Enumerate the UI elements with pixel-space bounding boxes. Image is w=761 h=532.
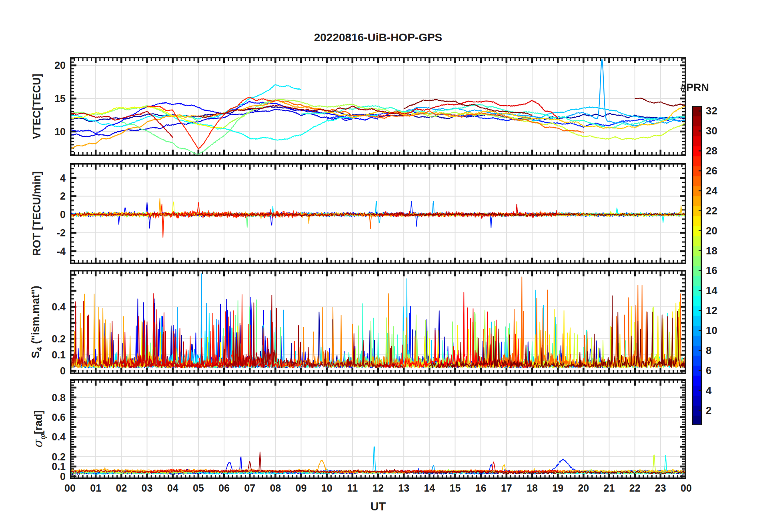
x-axis-label: UT: [350, 500, 406, 513]
colorbar-tick-label: 18: [706, 244, 734, 257]
sigma-phi-plot-canvas: [70, 379, 686, 479]
x-tick-label: 11: [343, 482, 362, 494]
y-tick-label: 0.8: [0, 392, 66, 404]
panel-vtec: [70, 57, 686, 156]
y-tick-label: 0.2: [0, 451, 66, 463]
y-tick-label: 0: [0, 208, 66, 220]
y-tick-label: 15: [0, 92, 66, 104]
colorbar-tick-label: 20: [706, 224, 734, 237]
x-tick-label: 00: [60, 482, 80, 494]
x-tick-label: 08: [266, 482, 285, 494]
colorbar-tick-label: 24: [706, 184, 734, 197]
y-axis-label-s4: S4 ("ism.mat"): [30, 286, 44, 358]
y-tick-label: 0.2: [0, 333, 66, 345]
y-tick-label: 4: [0, 172, 66, 184]
colorbar-tick-label: 10: [706, 324, 734, 337]
x-tick-label: 05: [189, 482, 208, 494]
colorbar-title: #PRN: [680, 82, 728, 94]
s4-plot-canvas: [70, 270, 686, 374]
x-tick-label: 23: [651, 482, 670, 494]
y-tick-label: 0.4: [0, 301, 66, 313]
colorbar-tick-label: 16: [706, 264, 734, 277]
x-tick-label: 20: [574, 482, 593, 494]
y-tick-label: -2: [0, 227, 66, 239]
x-tick-label: 12: [368, 482, 388, 494]
x-tick-label: 01: [86, 482, 105, 494]
y-tick-label: 0: [0, 365, 66, 377]
vtec-plot-canvas: [70, 57, 686, 156]
colorbar-tick-label: 2: [706, 404, 734, 417]
x-tick-label: 03: [138, 482, 157, 494]
panel-rot: [70, 163, 686, 264]
colorbar-tick-label: 30: [706, 124, 734, 137]
y-tick-label: 0.4: [0, 431, 66, 443]
colorbar-tick-label: 28: [706, 144, 734, 157]
colorbar-tick-label: 14: [706, 284, 734, 297]
x-tick-label: 13: [394, 482, 413, 494]
colorbar-canvas: [692, 106, 702, 425]
x-tick-label: 10: [317, 482, 336, 494]
y-tick-label: 2: [0, 190, 66, 202]
x-tick-label: 06: [214, 482, 234, 494]
y-tick-label: -4: [0, 245, 66, 257]
y-tick-label: 20: [0, 59, 66, 71]
colorbar: [692, 106, 702, 427]
chart-title: 20220816-UiB-HOP-GPS: [70, 31, 686, 44]
x-tick-label: 22: [625, 482, 645, 494]
rot-plot-canvas: [70, 163, 686, 264]
x-tick-label: 14: [420, 482, 439, 494]
y-tick-label: 10: [0, 126, 66, 138]
colorbar-tick-label: 26: [706, 164, 734, 177]
panel-sigma-phi: [70, 379, 686, 479]
y-tick-label: 0.1: [0, 349, 66, 361]
x-tick-label: 04: [163, 482, 182, 494]
colorbar-tick-label: 12: [706, 304, 734, 317]
x-tick-label: 15: [446, 482, 465, 494]
colorbar-tick-label: 8: [706, 344, 734, 357]
x-tick-label: 09: [292, 482, 311, 494]
x-tick-label: 16: [471, 482, 491, 494]
x-tick-label: 17: [497, 482, 516, 494]
panel-s4: [70, 270, 686, 374]
colorbar-tick-label: 32: [706, 104, 734, 117]
x-tick-label: 18: [523, 482, 542, 494]
x-tick-label: 07: [240, 482, 259, 494]
colorbar-tick-label: 22: [706, 204, 734, 217]
y-tick-label: 0.6: [0, 411, 66, 423]
x-tick-label: 02: [112, 482, 131, 494]
x-tick-label: 19: [548, 482, 567, 494]
colorbar-tick-label: 4: [706, 384, 734, 397]
figure: 20220816-UiB-HOP-GPS VTEC[TECU] ROT [TEC…: [0, 0, 761, 532]
x-tick-label: 00: [677, 482, 696, 494]
colorbar-tick-label: 6: [706, 364, 734, 377]
x-tick-label: 21: [600, 482, 619, 494]
